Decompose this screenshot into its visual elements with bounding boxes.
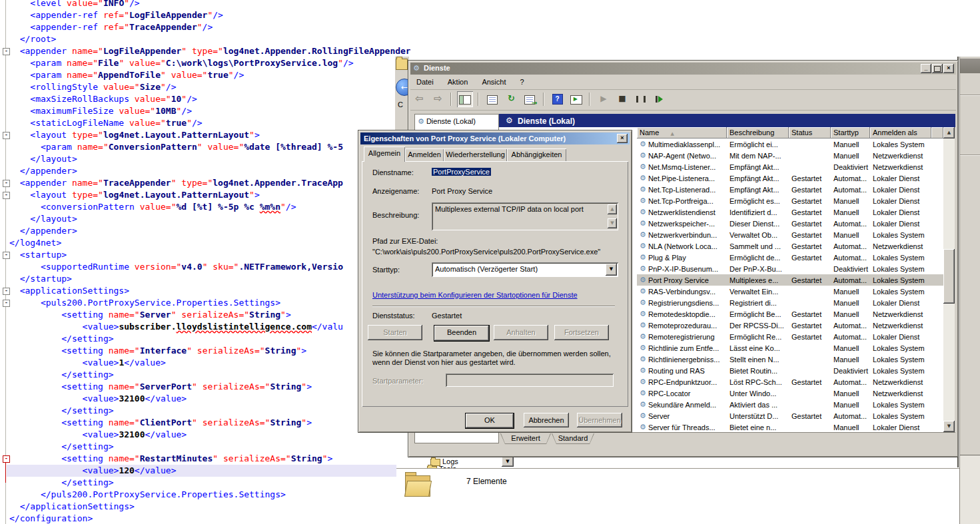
code-line[interactable]: <param name="File" value="C:\work\logs\P… (9, 57, 354, 69)
column-header-name[interactable]: Name ▲ (637, 127, 727, 138)
column-header-anmelden-als[interactable]: Anmelden als (870, 127, 931, 138)
service-row[interactable]: ⚙Registrierungsdiens...Registriert di...… (637, 297, 943, 308)
fortsetzen-button[interactable]: Fortsetzen (554, 325, 609, 340)
code-line[interactable]: </appender> (9, 225, 77, 237)
fold-marker-icon[interactable]: - (3, 300, 10, 307)
code-line[interactable]: <value>32100</value> (9, 429, 187, 441)
ok-button[interactable]: OK (465, 413, 514, 429)
code-line[interactable]: <param name="ConversionPattern" value="%… (9, 141, 343, 153)
code-line[interactable]: </layout> (9, 213, 77, 225)
fold-marker-icon[interactable]: - (3, 192, 10, 199)
service-row[interactable]: ⚙Sekundäre Anmeld...Aktiviert das ...Man… (637, 399, 943, 410)
dropdown-button[interactable]: ▼ (502, 457, 514, 467)
service-row[interactable]: ⚙RPC-Endpunktzuor...Löst RPC-Sch...Gesta… (637, 376, 943, 388)
scrollbar-thumb[interactable] (943, 249, 955, 304)
starttyp-select[interactable]: Automatisch (Verzögerter Start) ▼ (432, 262, 618, 277)
service-row[interactable]: ⚙Multimediaklassenpl...Ermöglicht ei...M… (637, 138, 943, 150)
code-line[interactable]: <staticLogFileName value="true"/> (9, 117, 203, 129)
code-line[interactable]: <layout type="log4net.Layout.PatternLayo… (9, 129, 260, 141)
service-row[interactable]: ⚙Richtlinie zum Entfe...Lässt eine Ko...… (637, 342, 943, 354)
code-line[interactable]: <level value="INFO"/> (9, 0, 140, 9)
code-line[interactable]: <appender-ref ref="TraceAppender"/> (9, 21, 213, 33)
service-row[interactable]: ⚙Net.Pipe-Listenera...Empfängt Akt...Ges… (637, 172, 943, 184)
menu-item-aktion[interactable]: Aktion (442, 75, 474, 86)
service-row[interactable]: ⚙Plug & PlayErmöglicht de...GestartetAut… (637, 252, 943, 263)
tab-standard[interactable]: Standard (552, 433, 594, 444)
code-line[interactable]: </log4net> (9, 237, 61, 249)
code-line[interactable]: <applicationSettings> (9, 285, 129, 297)
service-row[interactable]: ⚙Net.Tcp-Listenerad...Empfängt Akt...Ges… (637, 184, 943, 195)
fold-marker-icon[interactable]: - (3, 132, 10, 139)
code-line[interactable]: <setting name="Server" serializeAs="Stri… (9, 309, 291, 321)
code-line[interactable]: <conversionPattern value="%d [%t] %-5p %… (9, 201, 296, 213)
code-line[interactable]: </appender> (9, 165, 77, 177)
anhalten-button[interactable]: Anhalten (494, 325, 548, 340)
help-button[interactable]: ? (550, 91, 566, 107)
column-header-status[interactable]: Status (789, 127, 831, 138)
code-line[interactable]: <layout type="log4net.Layout.PatternLayo… (9, 189, 260, 201)
code-line[interactable]: </setting> (9, 441, 114, 453)
pause-service-button[interactable] (633, 91, 649, 107)
service-row[interactable]: ⚙Net.Msmq-Listener...Empfängt Akt...Deak… (637, 161, 943, 172)
code-line[interactable]: <setting name="ServerPort" serializeAs="… (9, 381, 312, 393)
menu-item-ansicht[interactable]: Ansicht (476, 75, 512, 86)
service-row[interactable]: ⚙RAS-Verbindungsv...Verwaltet Ein...Manu… (637, 286, 943, 297)
service-row[interactable]: ⚙Richtlinienergebniss...Stellt einen N..… (637, 354, 943, 365)
code-line[interactable]: <maximumFileSize value="10MB"/> (9, 105, 192, 117)
service-row[interactable]: ⚙Netzwerkspeicher-...Dieser Dienst...Ges… (637, 218, 943, 229)
maximize-button[interactable] (932, 64, 943, 73)
service-row[interactable]: ⚙ServerUnterstützt D...GestartetAutomat.… (637, 410, 943, 421)
service-row[interactable]: ⚙Remoteprozedurau...Der RPCSS-Di...Gesta… (637, 320, 943, 331)
tab-erweitert[interactable]: Erweitert (500, 433, 551, 444)
service-row[interactable]: ⚙NAP-Agent (Netwo...Mit dem NAP-...Manue… (637, 150, 943, 161)
scroll-down-button[interactable]: ▼ (943, 421, 955, 432)
start-service-button[interactable]: ▶ (596, 91, 612, 107)
fold-marker-icon[interactable]: - (3, 455, 10, 463)
service-row[interactable]: ⚙RemoteregistrierungErmöglicht Re...Gest… (637, 331, 943, 342)
code-line[interactable]: <setting name="RestartMinutes" serialize… (9, 453, 332, 465)
export-list-button[interactable]: → (522, 91, 538, 107)
chevron-down-icon[interactable]: ▼ (606, 264, 617, 276)
service-row[interactable]: ⚙Netzwerkverbindun...Verwaltet Ob...Gest… (637, 229, 943, 240)
code-line[interactable]: <setting name="Interface" serializeAs="S… (9, 345, 306, 357)
code-line[interactable]: <value>1</value> (9, 357, 166, 369)
scroll-up-button[interactable]: ▲ (608, 204, 617, 214)
service-row[interactable]: ⚙Port Proxy ServiceMultiplexes e...Gesta… (637, 274, 943, 286)
vertical-scrollbar[interactable]: ▲ ▼ (943, 127, 955, 432)
service-row[interactable]: ⚙Server für Threads...Bietet eine n...Ma… (637, 421, 943, 432)
service-row[interactable]: ⚙RPC-LocatorUnter Windo...ManuellNetzwer… (637, 388, 943, 399)
tab-allgemein[interactable]: Allgemein (364, 146, 405, 162)
code-line[interactable]: </setting> (9, 405, 114, 417)
starten-button[interactable]: Starten (368, 325, 422, 340)
code-line[interactable]: <rollingStyle value="Size"/> (9, 81, 176, 93)
tab-anmelden[interactable]: Anmelden (405, 148, 444, 161)
close-button[interactable]: × (943, 64, 954, 73)
menu-item-datei[interactable]: Datei (410, 75, 440, 86)
beschreibung-box[interactable]: Multiplexes external TCP/IP data on loca… (432, 202, 618, 230)
startparameter-input[interactable] (446, 374, 614, 387)
code-line[interactable]: <maxSizeRollBackups value="10"/> (9, 93, 197, 105)
code-line[interactable]: <value>32100</value> (9, 393, 187, 405)
stop-service-button[interactable]: ■ (614, 91, 630, 107)
code-line[interactable]: <puls200.PortProxyService.Properties.Set… (9, 297, 280, 309)
abbrechen-button[interactable]: Abbrechen (524, 413, 569, 427)
code-line[interactable]: <param name="AppendToFile" value="true"/… (9, 69, 244, 81)
service-row[interactable]: ⚙Routing und RASBietet Routin...Deaktivi… (637, 365, 943, 376)
code-line[interactable]: </setting> (9, 369, 114, 381)
code-line[interactable]: <startup> (9, 249, 67, 261)
code-line[interactable]: <setting name="ClientPort" serializeAs="… (9, 417, 312, 429)
code-line[interactable]: <value>subscriber.lloydslistintelligence… (9, 321, 343, 333)
service-row[interactable]: ⚙PnP-X-IP-Busenum...Der PnP-X-Bu...Deakt… (637, 263, 943, 274)
code-line[interactable]: </applicationSettings> (9, 501, 135, 513)
fold-marker-icon[interactable]: - (3, 180, 10, 187)
code-line[interactable]: </startup> (9, 273, 72, 285)
service-row[interactable]: ⚙Remotedesktopdie...Ermöglicht Be...Gest… (637, 308, 943, 320)
code-line[interactable]: <appender-ref ref="LogFileAppender"/> (9, 9, 223, 21)
tab-abhaengigkeiten[interactable]: Abhängigkeiten (507, 148, 566, 161)
uebernehmen-button[interactable]: Übernehmen (577, 413, 622, 427)
tree-item-dienste-lokal[interactable]: ⚙Dienste (Lokal) (415, 115, 498, 126)
fold-marker-icon[interactable]: - (3, 288, 10, 295)
code-line[interactable]: </setting> (9, 477, 114, 489)
restart-service-button[interactable] (652, 91, 668, 107)
minimize-button[interactable]: _ (921, 64, 931, 73)
